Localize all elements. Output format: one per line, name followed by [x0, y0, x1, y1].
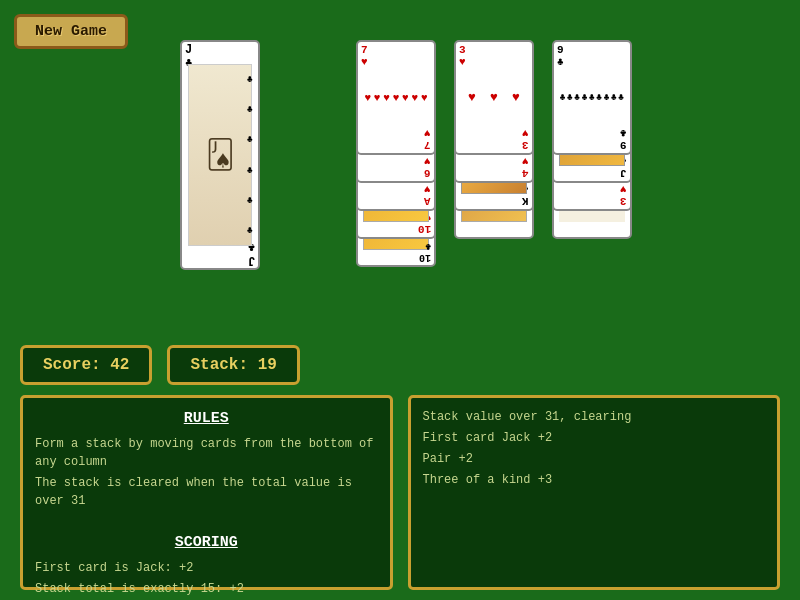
card-column-4: 9♣ 9♣ ♣ ♣ ♣ ♣ ♣ ♣ ♣ ♣ ♣ J♠ J♠ JCK 3♥ 3♥: [552, 40, 632, 290]
log-line-3: Pair +2: [423, 450, 766, 468]
card-play-area: J♣ J♣ 🂫 ♣ ♣ ♣ ♣ ♣ ♣ 7♥ 7♥ ♥: [180, 30, 780, 310]
card-col3-1[interactable]: 3♥ 3♥ ♥ ♥ ♥: [454, 40, 534, 155]
scoring-line-1: First card is Jack: +2: [35, 559, 378, 577]
scoring-title: SCORING: [35, 532, 378, 555]
card-7-hearts-top[interactable]: 7♥ 7♥ ♥ ♥ ♥ ♥ ♥ ♥ ♥: [356, 40, 436, 155]
card-column-1: J♣ J♣ 🂫 ♣ ♣ ♣ ♣ ♣ ♣: [180, 40, 260, 270]
card-column-3: 3♥ 3♥ ♥ ♥ ♥ 4♥ 4♥ ♥ ♥ ♥ ♥ K♠ K♠ KING: [454, 40, 534, 290]
card-col4-1[interactable]: 9♣ 9♣ ♣ ♣ ♣ ♣ ♣ ♣ ♣ ♣ ♣: [552, 40, 632, 155]
log-line-4: Three of a kind +3: [423, 471, 766, 489]
log-line-1: Stack value over 31, clearing: [423, 408, 766, 426]
card-column-2: 7♥ 7♥ ♥ ♥ ♥ ♥ ♥ ♥ ♥ 6♥ 6♥ ♥ ♥ ♥ ♥ ♥ ♥: [356, 40, 436, 290]
rules-title: RULES: [35, 408, 378, 431]
scoring-line-2: Stack total is exactly 15: +2: [35, 580, 378, 598]
info-area: RULES Form a stack by moving cards from …: [20, 395, 780, 590]
score-area: Score: 42 Stack: 19: [20, 345, 300, 385]
new-game-button[interactable]: New Game: [14, 14, 128, 49]
score-display: Score: 42: [20, 345, 152, 385]
rules-text-2: The stack is cleared when the total valu…: [35, 474, 378, 510]
rules-text-1: Form a stack by moving cards from the bo…: [35, 435, 378, 471]
rules-panel: RULES Form a stack by moving cards from …: [20, 395, 393, 590]
stack-display: Stack: 19: [167, 345, 299, 385]
card-jack-clubs[interactable]: J♣ J♣ 🂫 ♣ ♣ ♣ ♣ ♣ ♣: [180, 40, 260, 270]
log-line-2: First card Jack +2: [423, 429, 766, 447]
log-panel: Stack value over 31, clearing First card…: [408, 395, 781, 590]
